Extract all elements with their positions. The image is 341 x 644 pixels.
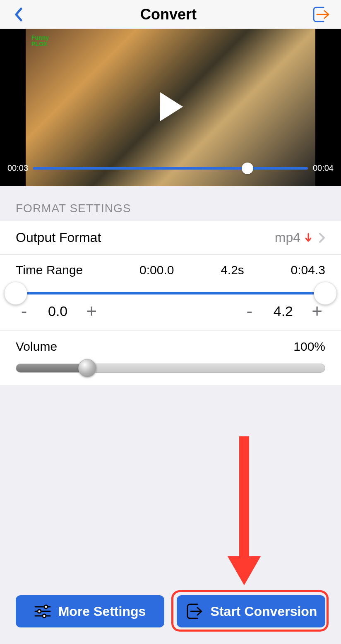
svg-point-10 — [43, 614, 46, 618]
time-range-label: Time Range — [16, 263, 93, 277]
start-conversion-label: Start Conversion — [211, 604, 317, 619]
video-current-time: 00:03 — [7, 163, 28, 173]
back-button[interactable] — [10, 6, 26, 23]
watermark-line1: Funny — [31, 34, 49, 41]
range-handle-start[interactable] — [4, 282, 27, 305]
video-watermark: Funny PLOX — [31, 35, 49, 47]
chevron-left-icon — [14, 7, 23, 22]
end-minus-button[interactable]: - — [242, 302, 257, 320]
convert-icon — [185, 603, 203, 620]
end-stepper: - 4.2 + — [242, 302, 324, 320]
time-range-slider[interactable] — [16, 292, 325, 294]
start-stepper: - 0.0 + — [17, 302, 99, 320]
volume-label: Volume — [16, 340, 57, 354]
range-handle-end[interactable] — [314, 282, 337, 305]
export-icon — [311, 5, 330, 24]
annotation-arrow-icon — [226, 436, 263, 585]
video-playhead[interactable] — [242, 163, 253, 174]
format-section-label: FORMAT SETTINGS — [0, 186, 341, 221]
end-value: 4.2 — [274, 303, 293, 319]
volume-slider[interactable] — [16, 364, 325, 373]
start-minus-button[interactable]: - — [17, 302, 31, 320]
chevron-right-icon — [319, 232, 325, 243]
start-value: 0.0 — [48, 303, 67, 319]
footer-bar: More Settings Start Conversion — [0, 595, 341, 627]
start-plus-button[interactable]: + — [84, 302, 99, 320]
video-progress-fill — [33, 167, 247, 170]
video-progress-row: 00:03 00:04 — [0, 163, 341, 173]
video-progress-bar[interactable] — [33, 167, 308, 170]
svg-point-6 — [44, 605, 48, 608]
export-button[interactable] — [310, 4, 331, 25]
volume-value: 100% — [293, 340, 325, 354]
start-conversion-button[interactable]: Start Conversion — [177, 595, 325, 627]
download-arrow-icon — [305, 233, 312, 243]
play-button[interactable] — [158, 92, 183, 123]
svg-marker-1 — [160, 92, 183, 121]
volume-fill — [16, 364, 87, 372]
header-bar: Convert — [0, 0, 341, 29]
sliders-icon — [34, 604, 51, 618]
play-icon — [158, 92, 183, 121]
more-settings-button[interactable]: More Settings — [16, 595, 164, 627]
end-plus-button[interactable]: + — [310, 302, 324, 320]
time-range-end: 0:04.3 — [291, 263, 325, 277]
video-preview: Funny PLOX 00:03 00:04 — [0, 29, 341, 186]
svg-point-8 — [38, 610, 41, 613]
volume-row: Volume 100% — [0, 330, 341, 385]
page-title: Convert — [140, 6, 197, 23]
output-format-value: mp4 — [275, 230, 300, 245]
time-range-duration: 4.2s — [221, 263, 244, 277]
watermark-line2: PLOX — [31, 41, 47, 47]
time-range-start: 0:00.0 — [139, 263, 174, 277]
output-format-label: Output Format — [16, 230, 101, 245]
settings-panel: Output Format mp4 Time Range 0:00.0 4.2s… — [0, 221, 341, 385]
time-range-row: Time Range 0:00.0 4.2s 0:04.3 - 0.0 + - … — [0, 255, 341, 330]
video-total-time: 00:04 — [313, 163, 334, 173]
output-format-row[interactable]: Output Format mp4 — [0, 221, 341, 255]
volume-knob[interactable] — [78, 359, 96, 377]
more-settings-label: More Settings — [58, 604, 146, 619]
svg-marker-4 — [228, 556, 261, 585]
